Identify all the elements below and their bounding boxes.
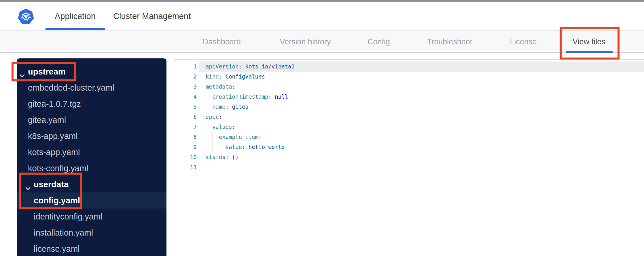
token-key: value [226, 144, 242, 150]
token-plain [206, 144, 226, 150]
token-str: hello world [249, 144, 285, 150]
line-number: 4 [174, 92, 199, 102]
code-content [199, 162, 644, 172]
token-plain [206, 124, 212, 130]
code-content: kind: ConfigValues [199, 72, 644, 82]
code-line-4: 4 creationTimestamp: null [174, 92, 644, 102]
line-number: 1 [174, 62, 199, 72]
code-content: values: [199, 122, 644, 132]
kubernetes-logo-icon [18, 8, 34, 25]
token-key: status [206, 154, 226, 160]
line-number: 5 [174, 102, 199, 112]
tree-item-label: upstream [28, 67, 66, 77]
tree-file-kots-config.yaml[interactable]: kots-config.yaml [17, 160, 166, 176]
token-key: apiVersion [206, 63, 238, 70]
token-key: spec [206, 114, 219, 120]
view-files-active-underline [566, 51, 613, 53]
token-plain [206, 93, 212, 100]
tree-item-label: embedded-cluster.yaml [28, 83, 114, 93]
tree-item-label: gitea-1.0.7.tgz [28, 99, 81, 109]
token-punct: : [258, 134, 262, 140]
tree-file-embedded-cluster.yaml[interactable]: embedded-cluster.yaml [17, 80, 166, 96]
token-punct: : [232, 124, 235, 130]
token-key: metadata [206, 83, 232, 90]
nav-tab-dashboard[interactable]: Dashboard [203, 31, 241, 53]
tree-item-label: kots-app.yaml [28, 148, 80, 157]
tree-item-label: config.yaml [34, 196, 80, 205]
nav-tab-view-files[interactable]: View files [573, 31, 605, 53]
token-key: values [212, 124, 232, 130]
line-number: 6 [174, 112, 199, 122]
indent-guide [206, 122, 206, 132]
code-line-3: 3metadata: [174, 82, 644, 92]
line-number: 7 [174, 122, 199, 132]
tree-item-label: kots-config.yaml [28, 164, 88, 173]
code-content: apiVersion: kots.io/v1beta1 [199, 62, 644, 72]
tree-file-kots-app.yaml[interactable]: kots-app.yaml [17, 144, 166, 160]
code-content: example_item: [199, 132, 644, 142]
tree-file-k8s-app.yaml[interactable]: k8s-app.yaml [17, 128, 166, 144]
tree-item-label: license.yaml [34, 244, 80, 254]
chevron-down-icon[interactable] [20, 70, 25, 73]
yaml-editor[interactable]: 1apiVersion: kots.io/v1beta12kind: Confi… [174, 59, 644, 256]
tab-cluster-management[interactable]: Cluster Management [113, 2, 191, 30]
token-punct: : [238, 63, 245, 70]
token-key: creationTimestamp [212, 93, 268, 100]
token-punct: : [219, 73, 226, 80]
nav-tab-config[interactable]: Config [368, 31, 390, 53]
token-punct: : [226, 154, 232, 160]
file-tree-sidebar: upstreamembedded-cluster.yamlgitea-1.0.7… [17, 58, 166, 256]
tree-file-config.yaml[interactable]: config.yaml [17, 192, 166, 209]
tree-file-identityconfig.yaml[interactable]: identityconfig.yaml [17, 209, 166, 225]
indent-guide [206, 102, 206, 112]
tree-item-label: userdata [34, 180, 69, 189]
tree-item-label: k8s-app.yaml [28, 131, 77, 141]
token-key: name [212, 104, 226, 110]
tree-item-label: installation.yaml [34, 228, 93, 238]
code-line-6: 6spec: [174, 112, 644, 122]
code-line-7: 7 values: [174, 122, 644, 132]
code-content: status: {} [199, 152, 644, 162]
token-punct: : [232, 83, 235, 90]
line-number: 11 [174, 162, 199, 172]
tree-file-gitea-1.0.7.tgz[interactable]: gitea-1.0.7.tgz [17, 96, 166, 112]
token-key: example_item [219, 134, 258, 140]
line-number: 8 [174, 132, 199, 142]
tree-item-label: gitea.yaml [28, 115, 66, 125]
token-punct: : [242, 144, 249, 150]
code-content: spec: [199, 112, 644, 122]
tree-file-installation.yaml[interactable]: installation.yaml [17, 225, 166, 241]
tree-folder-userdata[interactable]: userdata [17, 176, 166, 192]
application-active-underline [46, 28, 105, 30]
code-line-5: 5 name: gitea [174, 102, 644, 112]
tree-file-gitea.yaml[interactable]: gitea.yaml [17, 112, 166, 128]
indent-guide [212, 132, 213, 142]
tree-file-license.yaml[interactable]: license.yaml [17, 241, 166, 256]
token-str: gitea [232, 104, 249, 110]
indent-guide [206, 142, 206, 152]
code-content: creationTimestamp: null [199, 92, 644, 102]
line-number: 2 [174, 72, 199, 82]
indent-guide [206, 132, 206, 142]
token-str: kots.io/v1beta1 [245, 63, 295, 70]
code-line-11: 11 [174, 162, 644, 172]
indent-guide [219, 142, 219, 152]
code-content: value: hello world [199, 142, 644, 152]
token-punct: : [268, 93, 275, 100]
nav-tab-version-history[interactable]: Version history [280, 31, 331, 53]
line-number: 9 [174, 142, 199, 152]
tree-folder-upstream[interactable]: upstream [17, 64, 166, 80]
code-line-1: 1apiVersion: kots.io/v1beta1 [174, 62, 644, 72]
token-key: kind [206, 73, 219, 80]
code-line-9: 9 value: hello world [174, 142, 644, 152]
nav-tab-license[interactable]: License [510, 31, 537, 53]
line-number: 10 [174, 152, 199, 162]
code-content: metadata: [199, 82, 644, 92]
token-plain [206, 104, 212, 110]
nav-tab-troubleshoot[interactable]: Troubleshoot [427, 31, 472, 53]
app-header: Application Cluster Management [0, 2, 644, 30]
chevron-down-icon[interactable] [25, 183, 31, 186]
token-brace: {} [232, 154, 239, 160]
token-str: ConfigValues [226, 73, 265, 80]
tab-application[interactable]: Application [55, 2, 96, 30]
